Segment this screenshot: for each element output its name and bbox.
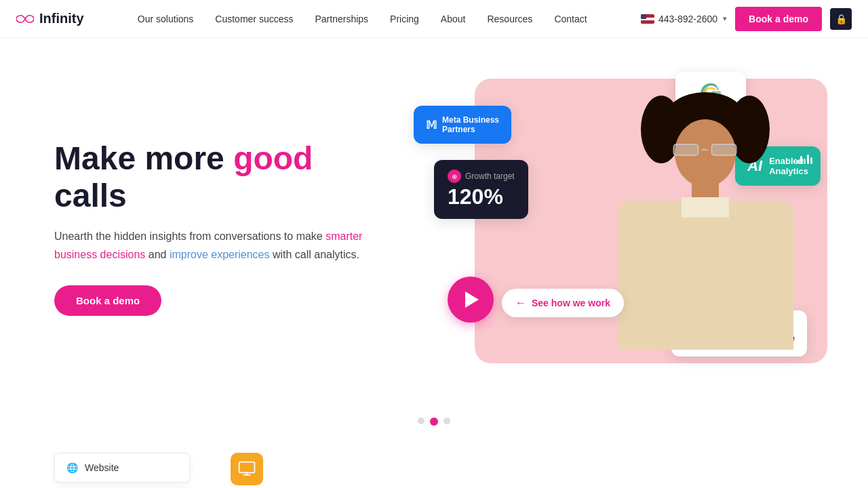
ai-line2: Analytics <box>769 166 808 176</box>
hero-left: Make more good calls Unearth the hidden … <box>54 140 380 316</box>
nav-customer-success[interactable]: Customer success <box>215 14 293 24</box>
nav-right: 443-892-2600 ▾ Book a demo 🔒 <box>641 7 852 31</box>
logo[interactable]: Infinity <box>16 11 84 26</box>
nav-partnerships[interactable]: Partnerships <box>315 14 368 24</box>
meta-line2: Partners <box>442 125 499 134</box>
brand-name: Infinity <box>39 11 84 26</box>
play-triangle-icon <box>465 291 479 308</box>
source-flow: 🌐 Website ✉ Email 🔍 Search Qualified lea… <box>54 453 190 488</box>
lock-icon[interactable]: 🔒 <box>830 8 852 30</box>
see-how-label: See how we work <box>532 298 610 308</box>
hero-title: Make more good calls <box>54 140 380 214</box>
dot-3[interactable] <box>443 418 450 424</box>
svg-rect-5 <box>239 462 255 473</box>
ai-wave-icon <box>797 155 812 164</box>
nav-contact[interactable]: Contact <box>554 14 587 24</box>
dot-2[interactable] <box>430 418 438 426</box>
nav-our-solutions[interactable]: Our solutions <box>138 14 193 24</box>
hero-title-before: Make more <box>54 140 233 176</box>
hero-title-after: calls <box>54 178 127 214</box>
us-flag-icon <box>641 14 654 24</box>
bottom-section: 🌐 Website ✉ Email 🔍 Search Qualified lea… <box>0 439 868 488</box>
book-demo-hero-button[interactable]: Book a demo <box>54 285 161 316</box>
meta-text: Meta Business Partners <box>442 115 499 134</box>
before-call-icon <box>231 453 263 485</box>
meta-icon: 𝕄 <box>426 119 437 131</box>
hero-description: Unearth the hidden insights from convers… <box>54 228 380 264</box>
nav-about[interactable]: About <box>441 14 466 24</box>
before-call-section: Before the call The Infinity call tracki… <box>231 453 814 488</box>
book-demo-nav-button[interactable]: Book a demo <box>735 7 822 31</box>
hero-desc-middle: and <box>145 249 170 260</box>
growth-target-card: ⊕ Growth target 120% <box>434 160 528 219</box>
growth-icon: ⊕ <box>448 169 461 183</box>
nav-pricing[interactable]: Pricing <box>390 14 419 24</box>
nav-resources[interactable]: Resources <box>487 14 532 24</box>
source-website[interactable]: 🌐 Website <box>54 453 190 483</box>
source-cards-list: 🌐 Website ✉ Email 🔍 Search <box>54 453 190 488</box>
hero-title-highlight: good <box>233 140 313 176</box>
see-how-work-button[interactable]: ← See how we work <box>502 289 624 317</box>
hero-desc-after: with call analytics. <box>270 249 360 260</box>
phone-number: 443-892-2600 <box>658 14 717 24</box>
logo-icon <box>16 14 34 24</box>
meta-business-card: 𝕄 Meta Business Partners <box>414 106 511 144</box>
navbar: Infinity Our solutions Customer success … <box>0 0 868 38</box>
phone-dropdown-icon[interactable]: ▾ <box>723 14 727 23</box>
nav-links: Our solutions Customer success Partnersh… <box>138 13 587 25</box>
source-website-label: Website <box>85 462 119 473</box>
hero-section: Make more good calls Unearth the hidden … <box>0 38 868 404</box>
hero-right: 𝕄 Meta Business Partners Google Cloud Pa… <box>407 79 814 377</box>
hero-image-background <box>475 79 827 363</box>
growth-label: Growth target <box>465 171 515 181</box>
website-icon: 🌐 <box>66 462 78 474</box>
carousel-dots <box>0 404 868 439</box>
nav-phone[interactable]: 443-892-2600 ▾ <box>641 14 727 24</box>
hero-desc-before: Unearth the hidden insights from convers… <box>54 230 326 242</box>
video-play-button[interactable] <box>448 277 494 323</box>
hero-person-image <box>604 92 807 350</box>
improve-experiences-link[interactable]: improve experiences <box>170 249 270 260</box>
monitor-icon <box>237 460 256 479</box>
growth-value: 120% <box>448 184 503 209</box>
arrow-left-icon: ← <box>515 297 526 309</box>
meta-line1: Meta Business <box>442 115 499 125</box>
dot-1[interactable] <box>418 418 425 424</box>
